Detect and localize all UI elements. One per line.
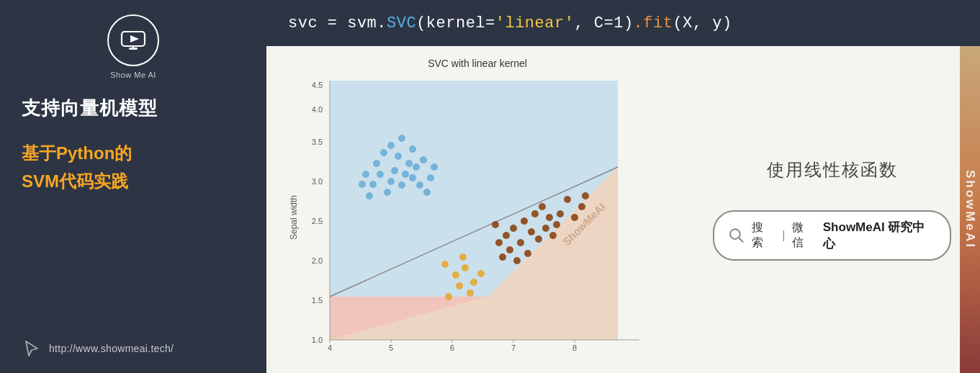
svg-point-56 (462, 264, 469, 271)
svg-point-30 (359, 181, 366, 188)
svg-point-35 (387, 178, 395, 185)
svg-point-67 (521, 217, 528, 225)
svg-point-43 (395, 153, 402, 160)
logo-text: Show Me AI (110, 71, 156, 79)
svg-point-71 (549, 232, 557, 239)
info-description: 使用线性核函数 (767, 158, 898, 181)
svg-point-62 (459, 253, 467, 261)
svg-point-57 (470, 279, 477, 286)
svg-point-32 (369, 181, 377, 188)
main-area: SVC with linear kernel 4 5 (266, 46, 980, 373)
svg-point-85 (582, 192, 589, 199)
svg-point-54 (441, 261, 449, 268)
svg-rect-3 (132, 46, 134, 49)
svg-point-31 (366, 192, 373, 199)
svg-point-60 (467, 289, 474, 297)
svg-point-52 (423, 189, 431, 196)
chart-wrapper: 4 5 6 7 8 1.0 1.5 2.0 2.5 3.0 3.5 (287, 73, 668, 354)
svg-point-83 (571, 214, 578, 221)
svg-point-72 (531, 210, 539, 217)
search-icon (729, 228, 745, 243)
chart-section: SVC with linear kernel 4 5 (266, 46, 684, 373)
svg-point-37 (398, 181, 405, 189)
wechat-label: 微信 (792, 220, 815, 251)
chart-svg: 4 5 6 7 8 1.0 1.5 2.0 2.5 3.0 3.5 (287, 73, 668, 354)
svg-text:3.0: 3.0 (312, 177, 323, 186)
brand-name: ShowMeAI 研究中心 (823, 219, 935, 252)
search-badge[interactable]: 搜索 | 微信 ShowMeAI 研究中心 (713, 210, 951, 261)
code-linear: 'linear' (495, 14, 575, 32)
logo-area: Show Me AI (22, 14, 245, 79)
sidebar-subtitle2: SVM代码实践 (22, 169, 245, 194)
svg-text:4.0: 4.0 (312, 105, 323, 114)
sidebar: Show Me AI 支持向量机模型 基于Python的 SVM代码实践 htt… (0, 0, 266, 373)
svg-text:1.0: 1.0 (312, 336, 323, 344)
svg-text:Sepal length: Sepal length (457, 354, 505, 354)
svg-point-41 (373, 160, 380, 167)
cursor-icon (22, 338, 42, 359)
svg-point-73 (539, 203, 546, 210)
code-svc: svc = (288, 14, 347, 32)
search-label: 搜索 (752, 220, 775, 251)
svg-point-59 (456, 282, 463, 289)
code-bar: svc = svm . SVC ( kernel= 'linear' , C=1… (266, 0, 980, 46)
svg-point-48 (420, 156, 427, 163)
svg-point-38 (402, 171, 409, 178)
svg-point-40 (409, 174, 416, 181)
svg-text:2.5: 2.5 (312, 217, 323, 225)
code-c-eq: , C=1) (574, 14, 633, 32)
code-SVC: SVC (387, 14, 416, 32)
svg-point-75 (553, 221, 560, 228)
svg-text:3.5: 3.5 (312, 138, 323, 146)
svg-point-66 (517, 239, 524, 246)
svg-text:5: 5 (389, 343, 393, 352)
logo-circle (107, 14, 159, 66)
svg-text:2.0: 2.0 (312, 256, 323, 265)
svg-point-58 (477, 270, 485, 277)
svg-point-68 (528, 228, 535, 235)
sidebar-footer: http://www.showmeai.tech/ (22, 324, 245, 359)
svg-point-53 (362, 171, 369, 178)
svg-point-77 (564, 196, 571, 203)
svg-text:6: 6 (450, 343, 454, 352)
svg-point-44 (387, 142, 395, 149)
svg-text:7: 7 (511, 343, 516, 352)
svg-text:8: 8 (572, 343, 577, 352)
svg-point-69 (535, 235, 542, 243)
svg-point-63 (492, 221, 499, 228)
svg-marker-1 (130, 35, 139, 42)
svg-text:4: 4 (328, 343, 332, 352)
svg-point-84 (578, 203, 585, 210)
svg-point-61 (445, 293, 452, 300)
svg-point-78 (506, 246, 513, 253)
code-kernel-eq: kernel= (426, 14, 495, 32)
svg-point-50 (427, 174, 434, 181)
code-xy: (X, y) (673, 14, 732, 32)
svg-point-70 (542, 225, 549, 232)
svg-point-36 (391, 167, 398, 174)
logo-icon (119, 26, 148, 55)
code-svm: svm (347, 14, 377, 32)
info-section: 使用线性核函数 搜索 | 微信 ShowMeAI 研究中心 (684, 46, 980, 373)
sidebar-url[interactable]: http://www.showmeai.tech/ (49, 343, 174, 354)
chart-title: SVC with linear kernel (428, 58, 527, 69)
content-area: svc = svm . SVC ( kernel= 'linear' , C=1… (266, 0, 980, 373)
svg-point-65 (510, 225, 517, 232)
svg-point-74 (546, 214, 553, 221)
svg-text:4.5: 4.5 (312, 81, 323, 89)
svg-point-47 (413, 163, 420, 171)
code-fit: .fit (634, 14, 673, 32)
svg-text:1.5: 1.5 (312, 296, 323, 305)
code-paren1: ( (416, 14, 426, 32)
svg-line-88 (739, 238, 743, 242)
svg-point-42 (380, 149, 387, 156)
svg-point-39 (405, 160, 413, 167)
svg-point-79 (513, 257, 521, 264)
svg-point-33 (377, 171, 384, 178)
svg-point-45 (398, 135, 405, 142)
svg-point-49 (416, 181, 423, 189)
code-dot1: . (377, 14, 387, 32)
svg-point-64 (503, 232, 510, 239)
svg-text:Sepal width: Sepal width (289, 195, 299, 240)
watermark-right: ShowMeAI (960, 46, 980, 373)
